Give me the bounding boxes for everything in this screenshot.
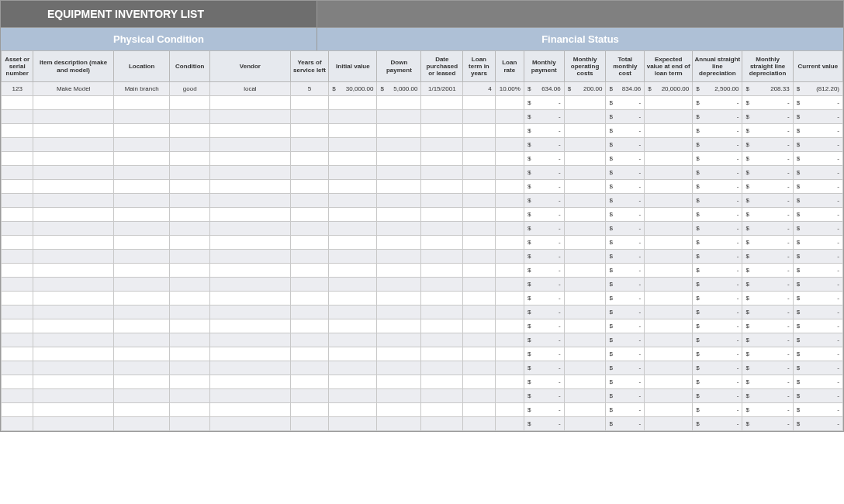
- cell[interactable]: $-: [606, 152, 645, 166]
- cell[interactable]: [421, 292, 463, 306]
- cell[interactable]: [170, 250, 210, 264]
- cell[interactable]: [329, 180, 377, 194]
- cell-loc[interactable]: Main branch: [113, 82, 169, 96]
- cell[interactable]: [210, 124, 291, 138]
- cell[interactable]: [2, 278, 33, 292]
- cell[interactable]: [113, 375, 169, 389]
- table-row[interactable]: $-$-$-$-$-: [2, 389, 843, 403]
- cell[interactable]: [210, 152, 291, 166]
- cell[interactable]: $-: [606, 361, 645, 375]
- cell-lrate[interactable]: 10.00%: [495, 82, 524, 96]
- cell[interactable]: [421, 361, 463, 375]
- cell[interactable]: [463, 166, 495, 180]
- table-row[interactable]: $-$-$-$-$-: [2, 166, 843, 180]
- cell[interactable]: $-: [693, 194, 742, 208]
- cell[interactable]: [170, 306, 210, 319]
- cell[interactable]: [495, 417, 524, 431]
- cell-date[interactable]: 1/15/2001: [421, 82, 463, 96]
- cell[interactable]: $-: [524, 236, 564, 250]
- cell[interactable]: [329, 264, 377, 278]
- cell[interactable]: [564, 333, 606, 347]
- cell[interactable]: [421, 194, 463, 208]
- cell[interactable]: $-: [524, 194, 564, 208]
- cell[interactable]: [377, 333, 421, 347]
- cell[interactable]: [329, 138, 377, 152]
- cell[interactable]: [645, 375, 693, 389]
- table-row[interactable]: $-$-$-$-$-: [2, 333, 843, 347]
- cell[interactable]: $-: [693, 208, 742, 222]
- cell[interactable]: [113, 403, 169, 417]
- cell[interactable]: [33, 417, 114, 431]
- cell[interactable]: $-: [693, 347, 742, 361]
- cell[interactable]: [170, 96, 210, 110]
- cell[interactable]: [329, 236, 377, 250]
- cell[interactable]: [421, 333, 463, 347]
- cell[interactable]: [290, 333, 329, 347]
- cell[interactable]: [377, 250, 421, 264]
- cell[interactable]: $-: [524, 180, 564, 194]
- cell[interactable]: $-: [793, 110, 842, 124]
- cell[interactable]: [2, 152, 33, 166]
- cell[interactable]: [463, 361, 495, 375]
- cell[interactable]: $-: [742, 403, 793, 417]
- cell[interactable]: [113, 180, 169, 194]
- cell-vend[interactable]: local: [210, 82, 291, 96]
- cell[interactable]: [564, 180, 606, 194]
- cell[interactable]: $-: [524, 222, 564, 236]
- cell[interactable]: [463, 96, 495, 110]
- cell[interactable]: [290, 389, 329, 403]
- cell[interactable]: $-: [606, 208, 645, 222]
- cell[interactable]: $-: [606, 375, 645, 389]
- cell[interactable]: [463, 278, 495, 292]
- cell[interactable]: [421, 250, 463, 264]
- cell[interactable]: [2, 208, 33, 222]
- cell[interactable]: [645, 361, 693, 375]
- cell[interactable]: $-: [524, 361, 564, 375]
- cell[interactable]: $-: [742, 236, 793, 250]
- cell[interactable]: $-: [693, 361, 742, 375]
- cell[interactable]: [564, 208, 606, 222]
- cell[interactable]: [645, 194, 693, 208]
- cell[interactable]: $-: [742, 194, 793, 208]
- cell[interactable]: [113, 417, 169, 431]
- cell[interactable]: [421, 208, 463, 222]
- cell[interactable]: $-: [524, 403, 564, 417]
- cell[interactable]: [329, 361, 377, 375]
- cell[interactable]: [2, 375, 33, 389]
- cell[interactable]: [377, 403, 421, 417]
- table-row[interactable]: $-$-$-$-$-: [2, 250, 843, 264]
- cell[interactable]: [33, 403, 114, 417]
- cell-tmc[interactable]: $834.06: [606, 82, 645, 96]
- cell[interactable]: [564, 166, 606, 180]
- cell[interactable]: [33, 292, 114, 306]
- cell[interactable]: [290, 319, 329, 333]
- cell[interactable]: [33, 208, 114, 222]
- cell[interactable]: [329, 96, 377, 110]
- cell[interactable]: $-: [793, 152, 842, 166]
- table-row[interactable]: $-$-$-$-$-: [2, 208, 843, 222]
- cell[interactable]: [377, 375, 421, 389]
- cell[interactable]: [329, 417, 377, 431]
- cell[interactable]: $-: [606, 180, 645, 194]
- cell[interactable]: [2, 292, 33, 306]
- cell[interactable]: [495, 333, 524, 347]
- cell[interactable]: [33, 180, 114, 194]
- cell[interactable]: [113, 361, 169, 375]
- cell[interactable]: [377, 278, 421, 292]
- cell[interactable]: $-: [524, 110, 564, 124]
- cell[interactable]: [170, 292, 210, 306]
- cell[interactable]: [564, 194, 606, 208]
- cell[interactable]: [290, 375, 329, 389]
- hdr-date[interactable]: Date purchased or leased: [421, 51, 463, 82]
- cell[interactable]: [290, 138, 329, 152]
- cell[interactable]: [113, 236, 169, 250]
- cell[interactable]: [2, 347, 33, 361]
- cell[interactable]: [290, 222, 329, 236]
- cell[interactable]: $-: [742, 375, 793, 389]
- cell[interactable]: [290, 347, 329, 361]
- cell[interactable]: $-: [793, 96, 842, 110]
- cell[interactable]: $-: [793, 389, 842, 403]
- cell[interactable]: [329, 222, 377, 236]
- cell[interactable]: [170, 138, 210, 152]
- cell[interactable]: [170, 361, 210, 375]
